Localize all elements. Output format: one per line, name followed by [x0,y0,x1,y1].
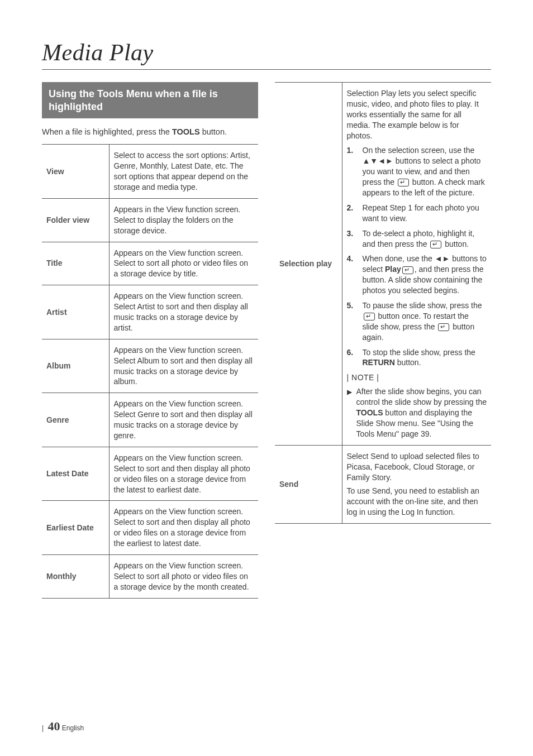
step-number: 3. [347,228,357,250]
intro-suffix: button. [200,127,227,136]
page-footer: | 40 English [42,719,84,734]
step-number: 6. [347,347,357,369]
row-desc: Appears on the View function screen. Sel… [109,339,258,393]
row-desc: Appears on the View function screen. Sel… [109,393,258,447]
intro-prefix: When a file is highlighted, press the [42,127,172,136]
enter-button-icon [364,313,375,320]
row-label: Latest Date [42,447,109,501]
note-tools-word: TOOLS [356,408,383,417]
send-row: Send Select Send to upload selected file… [275,445,491,523]
table-row: AlbumAppears on the View function screen… [42,339,258,393]
step-bold: RETURN [363,358,395,367]
step-bold: Play [385,265,401,274]
row-desc: Select to access the sort options: Artis… [109,145,258,199]
row-label: Artist [42,285,109,339]
note-bullet-icon: ▶ [347,387,352,439]
note-pre: After the slide show begins, you can con… [356,387,487,406]
row-desc: Appears in the View function screen. Sel… [109,198,258,242]
row-desc: Appears on the View function screen. Sel… [109,285,258,339]
step-item: 6.To stop the slide show, press the RETU… [347,347,487,369]
page-number: 40 [47,719,60,733]
left-column: Using the Tools Menu when a file is high… [42,82,258,599]
table-row: ViewSelect to access the sort options: A… [42,145,258,199]
right-column: Selection play Selection Play lets you s… [275,82,491,599]
step-text: On the selection screen, use the ▲▼◄► bu… [363,145,487,198]
step-number: 1. [347,145,357,198]
step-text: To de-select a photo, highlight it, and … [363,228,487,250]
table-row: GenreAppears on the View function screen… [42,393,258,447]
row-desc: Appears on the View function screen. Sel… [109,242,258,285]
enter-button-icon [398,179,409,186]
table-row: ArtistAppears on the View function scree… [42,285,258,339]
row-label: Folder view [42,198,109,242]
row-label: Earliest Date [42,501,109,555]
row-label: View [42,145,109,199]
left-table: ViewSelect to access the sort options: A… [42,144,258,598]
table-row: MonthlyAppears on the View function scre… [42,555,258,599]
right-table: Selection play Selection Play lets you s… [275,82,491,524]
enter-button-icon [438,323,449,331]
table-row: Latest DateAppears on the View function … [42,447,258,501]
send-desc-1: Select Send to upload selected files to … [347,451,487,483]
steps-list: 1.On the selection screen, use the ▲▼◄► … [347,145,487,368]
row-desc: Appears on the View function screen. Sel… [109,555,258,599]
enter-button-icon [402,266,413,274]
note-label: | NOTE | [347,372,487,383]
intro-tools-word: TOOLS [172,127,200,136]
row-label: Genre [42,393,109,447]
step-text: When done, use the ◄► buttons to select … [363,253,487,296]
send-desc-2: To use Send, you need to establish an ac… [347,486,487,518]
enter-button-icon [430,241,441,248]
footer-lang: English [62,724,84,732]
step-text: To stop the slide show, press the RETURN… [363,347,487,369]
step-number: 5. [347,300,357,343]
note-item: ▶ After the slide show begins, you can c… [347,386,487,439]
row-desc: Appears on the View function screen. Sel… [109,501,258,555]
page-title: Media Play [42,39,491,70]
row-label: Title [42,242,109,285]
row-desc: Appears on the View function screen. Sel… [109,447,258,501]
step-item: 4.When done, use the ◄► buttons to selec… [347,253,487,296]
step-item: 1.On the selection screen, use the ▲▼◄► … [347,145,487,198]
step-item: 3.To de-select a photo, highlight it, an… [347,228,487,250]
step-number: 2. [347,203,357,224]
step-item: 2.Repeat Step 1 for each photo you want … [347,203,487,224]
send-label: Send [275,445,342,523]
two-column-layout: Using the Tools Menu when a file is high… [42,82,491,599]
selection-play-label: Selection play [275,83,342,446]
section-heading: Using the Tools Menu when a file is high… [42,82,258,118]
row-label: Monthly [42,555,109,599]
note-text: After the slide show begins, you can con… [356,386,487,439]
page-container: Media Play Using the Tools Menu when a f… [0,0,533,756]
selection-play-row: Selection play Selection Play lets you s… [275,83,491,446]
step-text: To pause the slide show, press the butto… [363,300,487,343]
intro-text: When a file is highlighted, press the TO… [42,126,258,137]
table-row: TitleAppears on the View function screen… [42,242,258,285]
footer-bar: | [42,724,44,732]
selection-play-intro: Selection Play lets you select specific … [347,88,487,141]
row-label: Album [42,339,109,393]
step-item: 5.To pause the slide show, press the but… [347,300,487,343]
step-number: 4. [347,253,357,296]
selection-play-cell: Selection Play lets you select specific … [342,83,491,446]
send-cell: Select Send to upload selected files to … [342,445,491,523]
table-row: Earliest DateAppears on the View functio… [42,501,258,555]
table-row: Folder viewAppears in the View function … [42,198,258,242]
step-text: Repeat Step 1 for each photo you want to… [363,203,487,224]
